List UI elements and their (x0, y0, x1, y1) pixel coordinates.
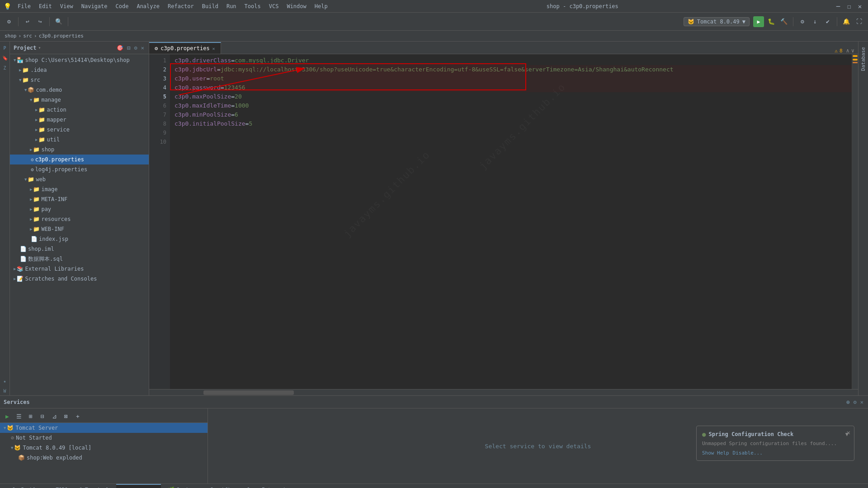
tree-item-mapper[interactable]: ▶ 📁 mapper (10, 115, 149, 125)
service-item-tomcat-server[interactable]: ▼ 🐱 Tomcat Server (0, 423, 208, 433)
code-line-7[interactable]: c3p0.minPoolSize=6 (175, 110, 852, 119)
tree-item-meta-inf[interactable]: ▶ 📁 META-INF (10, 194, 149, 204)
close-panel-button[interactable]: ✕ (140, 44, 145, 52)
collapse-all-button[interactable]: ⊟ (126, 44, 131, 52)
tree-item-manage[interactable]: ▼ 📁 manage (10, 95, 149, 105)
group-button[interactable]: ⊟ (37, 411, 48, 422)
breadcrumb-shop[interactable]: shop (5, 33, 17, 39)
maximize-button[interactable]: ☐ (844, 2, 854, 11)
menu-file[interactable]: File (14, 2, 34, 10)
settings-button[interactable]: ⚙ (797, 16, 808, 27)
service-item-shop-web[interactable]: 📦 shop:Web exploded (0, 453, 208, 463)
project-structure-button[interactable]: ⚙ (4, 16, 14, 27)
code-line-10[interactable] (175, 137, 852, 146)
git-update-button[interactable]: ↓ (810, 16, 821, 27)
list-view-button[interactable]: ☰ (14, 411, 24, 422)
notifications-button[interactable]: 🔔 (841, 16, 852, 27)
code-line-9[interactable] (175, 128, 852, 137)
status-tab-problems[interactable]: ⚠ 6: Problems (4, 484, 48, 488)
horizontal-scrollbar[interactable] (149, 389, 858, 395)
status-tab-terminal[interactable]: ⬡ Terminal (75, 484, 113, 488)
debug-button[interactable]: 🐛 (766, 16, 777, 27)
status-tab-todo[interactable]: TODO (52, 484, 71, 488)
tree-item-image[interactable]: ▶ 📁 image (10, 184, 149, 194)
code-line-5[interactable]: ▶ c3p0.maxPoolSize=20 (175, 92, 852, 101)
sidebar-web-icon[interactable]: W (0, 386, 9, 395)
tree-item-idea[interactable]: ▶ 📁 .idea (10, 65, 149, 75)
service-item-tomcat-local[interactable]: ▼ 🐱 Tomcat 8.0.49 [local] (0, 443, 208, 453)
menu-refactor[interactable]: Refactor (164, 2, 198, 10)
tree-item-index-jsp[interactable]: 📄 index.jsp (10, 234, 149, 244)
add-service-button[interactable]: + (72, 411, 83, 422)
build-button[interactable]: 🔨 (778, 16, 789, 27)
editor-tab-c3p0[interactable]: ⚙ c3p0.properties ✕ (149, 42, 221, 54)
menu-view[interactable]: View (57, 2, 77, 10)
menu-help[interactable]: Help (311, 2, 331, 10)
code-line-4[interactable]: c3p0.password=123456 (175, 83, 852, 92)
close-button[interactable]: ✕ (855, 2, 864, 11)
run-config-dropdown[interactable]: 🐱 Tomcat 8.0.49 ▼ (684, 17, 750, 26)
menu-build[interactable]: Build (198, 2, 222, 10)
tree-item-action[interactable]: ▶ 📁 action (10, 105, 149, 115)
menu-window[interactable]: Window (283, 2, 310, 10)
search-everywhere-button[interactable]: 🔍 (53, 16, 64, 27)
tree-item-src[interactable]: ▼ 📁 src (10, 75, 149, 85)
menu-edit[interactable]: Edit (35, 2, 56, 10)
tree-item-c3p0[interactable]: ⚙ c3p0.properties (10, 155, 149, 164)
expand-warnings-button[interactable]: ∨ (851, 47, 854, 54)
tree-item-pay[interactable]: ▶ 📁 pay (10, 204, 149, 214)
database-tab[interactable]: Database (859, 43, 867, 75)
popup-close-button[interactable]: ✕ (847, 429, 850, 436)
git-commit-button[interactable]: ✔ (822, 16, 833, 27)
tree-item-external-libraries[interactable]: ▶ 📚 External Libraries (10, 264, 149, 274)
code-editor[interactable]: javayms.github.io javayms.github.io c3p0… (170, 54, 852, 389)
run-service-button[interactable]: ▶ (2, 411, 13, 422)
project-dropdown-arrow[interactable]: ▾ (38, 45, 41, 50)
menu-bar[interactable]: File Edit View Navigate Code Analyze Ref… (14, 2, 331, 10)
menu-vcs[interactable]: VCS (265, 2, 283, 10)
tree-item-shop-folder[interactable]: ▶ 📁 shop (10, 145, 149, 155)
status-tab-services[interactable]: ⚙ 8: Services (116, 484, 161, 488)
redo-button[interactable]: ↪ (35, 16, 46, 27)
breadcrumb-file[interactable]: c3p0.properties (39, 33, 84, 39)
tree-item-service[interactable]: ▶ 📁 service (10, 125, 149, 135)
tree-item-com-demo[interactable]: ▼ 📦 com.demo (10, 85, 149, 95)
undo-button[interactable]: ↩ (22, 16, 33, 27)
breadcrumb-src[interactable]: src (23, 33, 32, 39)
run-button[interactable]: ▶ (753, 16, 764, 27)
status-tab-java-enterprise[interactable]: ☕ Java Enterprise (238, 484, 295, 488)
sidebar-favorites-icon[interactable]: ★ (0, 376, 9, 385)
services-config-button[interactable]: ⚙ (853, 398, 858, 406)
filter-button[interactable]: ⊿ (49, 411, 60, 422)
collapse-warnings-button[interactable]: ∧ (846, 47, 849, 54)
tree-item-shop-iml[interactable]: 📄 shop.iml (10, 244, 149, 254)
status-tab-graphql[interactable]: ◈ GraphQL (202, 484, 235, 488)
tree-item-log4j[interactable]: ⚙ log4j.properties (10, 164, 149, 174)
tree-item-scratches[interactable]: ▶ 📝 Scratches and Consoles (10, 274, 149, 284)
sidebar-structure-icon[interactable]: Z (0, 63, 9, 72)
tree-item-sql[interactable]: 📄 数据脚本.sql (10, 254, 149, 264)
disable-link[interactable]: Disable... (733, 450, 763, 456)
tree-item-util[interactable]: ▶ 📁 util (10, 135, 149, 145)
services-close-button[interactable]: ✕ (859, 398, 864, 406)
tree-item-web-inf[interactable]: ▶ 📁 WEB-INF (10, 224, 149, 234)
menu-navigate[interactable]: Navigate (78, 2, 111, 10)
service-item-not-started[interactable]: ⊘ Not Started (0, 433, 208, 443)
tree-item-resources[interactable]: ▶ 📁 resources (10, 214, 149, 224)
tree-item-web[interactable]: ▼ 📁 web (10, 174, 149, 184)
sidebar-project-icon[interactable]: P (0, 43, 9, 52)
panel-settings-button[interactable]: ⚙ (133, 44, 138, 52)
code-line-6[interactable]: c3p0.maxIdleTime = 1000 (175, 101, 852, 110)
fullscreen-button[interactable]: ⛶ (854, 16, 864, 27)
menu-tools[interactable]: Tools (241, 2, 264, 10)
menu-run[interactable]: Run (223, 2, 240, 10)
tab-close-button[interactable]: ✕ (212, 46, 215, 51)
editor-scrollbar[interactable] (852, 54, 858, 389)
window-controls[interactable]: ─ ☐ ✕ (834, 2, 864, 11)
stop-filter-button[interactable]: ⊠ (61, 411, 71, 422)
services-settings-button[interactable]: ⊕ (845, 398, 850, 406)
tree-item-shop-root[interactable]: ▼ 🏪 shop C:\Users\51414\Desktop\shop (10, 55, 149, 65)
scrollbar-thumb[interactable] (203, 390, 294, 395)
status-tab-spring[interactable]: 🌿 Spring (165, 484, 198, 488)
tree-view-button[interactable]: ⊞ (25, 411, 36, 422)
